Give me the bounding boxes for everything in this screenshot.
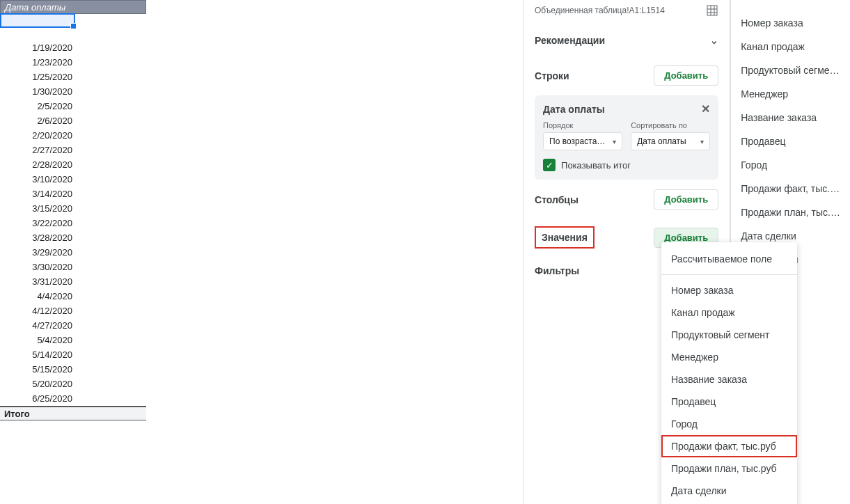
popup-item[interactable]: Канал продаж	[661, 301, 797, 324]
table-row[interactable]: 4/27/2020	[0, 318, 75, 333]
order-select[interactable]: По возраста… ▾	[543, 132, 622, 150]
order-label: Порядок	[543, 121, 622, 129]
table-row[interactable]: 6/25/2020	[0, 391, 75, 406]
order-value: По возраста…	[549, 136, 605, 146]
svg-rect-0	[707, 6, 717, 15]
popup-item-calc[interactable]: Рассчитываемое поле	[661, 248, 797, 270]
table-row[interactable]: 3/31/2020	[0, 274, 75, 289]
field-list-item[interactable]: Канал продаж	[731, 35, 850, 58]
caret-down-icon: ▾	[700, 138, 704, 145]
table-row[interactable]: 2/28/2020	[0, 157, 75, 172]
popup-item[interactable]: Номер заказа	[661, 279, 797, 301]
show-total-label: Показывать итог	[561, 160, 631, 171]
popup-item[interactable]: Продажи факт, тыс.руб	[661, 435, 797, 457]
table-row[interactable]: 3/30/2020	[0, 260, 75, 274]
row-field-card: Дата оплаты ✕ Порядок По возраста… ▾ Сор…	[535, 95, 718, 180]
spreadsheet-area: Дата оплаты 1/19/20201/23/20201/25/20201…	[0, 0, 524, 504]
columns-section-label: Столбцы	[535, 194, 579, 205]
field-list-item[interactable]: Продуктовый сегме…	[731, 58, 850, 82]
add-value-popup: Рассчитываемое полеНомер заказаКанал про…	[661, 242, 797, 504]
table-row[interactable]: 4/4/2020	[0, 289, 75, 304]
values-section-label: Значения	[542, 232, 588, 243]
field-list-item[interactable]: Название заказа	[731, 106, 850, 129]
popup-item[interactable]: Продавец	[661, 391, 797, 413]
popup-item[interactable]: Менеджер	[661, 346, 797, 368]
filters-section-label: Фильтры	[535, 265, 579, 276]
table-row[interactable]: 3/29/2020	[0, 245, 75, 260]
recommendations-label: Рекомендации	[535, 35, 605, 46]
sort-select[interactable]: Дата оплаты ▾	[631, 132, 710, 150]
recommendations-toggle[interactable]: Рекомендации ⌄	[535, 25, 718, 56]
table-row[interactable]: 5/20/2020	[0, 377, 75, 391]
select-range-icon[interactable]	[706, 4, 718, 17]
table-row[interactable]: 3/28/2020	[0, 230, 75, 245]
chevron-down-icon: ⌄	[710, 35, 718, 46]
field-list-item[interactable]: Продавец	[731, 129, 850, 153]
show-total-checkbox[interactable]: ✓	[543, 159, 556, 171]
popup-item[interactable]: Дата сделки	[661, 480, 797, 502]
popup-item[interactable]: Название заказа	[661, 368, 797, 391]
add-column-button[interactable]: Добавить	[654, 189, 718, 210]
table-row[interactable]: 1/30/2020	[0, 84, 75, 99]
table-row[interactable]: 2/27/2020	[0, 143, 75, 157]
popup-item[interactable]: Продажи план, тыс.руб	[661, 457, 797, 480]
caret-down-icon: ▾	[613, 138, 616, 145]
table-row[interactable]: 2/5/2020	[0, 99, 75, 113]
table-row[interactable]: 1/25/2020	[0, 70, 75, 84]
pivot-header-cell[interactable]: Дата оплаты	[0, 0, 146, 14]
close-icon[interactable]: ✕	[701, 102, 710, 116]
pivot-rows: 1/19/20201/23/20201/25/20201/30/20202/5/…	[0, 40, 146, 406]
popup-item[interactable]: Город	[661, 413, 797, 435]
popup-item[interactable]: Продуктовый сегмент	[661, 324, 797, 346]
field-list-item[interactable]: Город	[731, 153, 850, 177]
table-row[interactable]: 5/14/2020	[0, 347, 75, 362]
add-row-button[interactable]: Добавить	[654, 65, 718, 86]
table-row[interactable]: 2/6/2020	[0, 113, 75, 128]
table-row[interactable]: 3/22/2020	[0, 216, 75, 230]
popup-separator	[661, 274, 797, 275]
table-row[interactable]: 2/20/2020	[0, 128, 75, 143]
pivot-total-row[interactable]: Итого	[0, 406, 146, 420]
field-list-item[interactable]: Продажи факт, тыс.…	[731, 177, 850, 200]
table-row[interactable]: 5/15/2020	[0, 362, 75, 377]
table-row[interactable]: 3/14/2020	[0, 187, 75, 201]
column-header-label: Дата оплаты	[5, 2, 65, 13]
table-row[interactable]: 3/15/2020	[0, 201, 75, 216]
field-list-item[interactable]: Продажи план, тыс.…	[731, 200, 850, 224]
field-card-title: Дата оплаты	[543, 104, 605, 115]
rows-section-label: Строки	[535, 70, 569, 81]
active-cell[interactable]	[0, 13, 75, 28]
table-row[interactable]: 3/10/2020	[0, 172, 75, 187]
sort-label: Сортировать по	[631, 121, 710, 129]
total-label: Итого	[4, 409, 30, 419]
table-row[interactable]: 1/19/2020	[0, 40, 75, 55]
table-row[interactable]: 5/4/2020	[0, 333, 75, 347]
sort-value: Дата оплаты	[637, 136, 686, 146]
table-row[interactable]: 1/23/2020	[0, 55, 75, 70]
field-list-item[interactable]: Менеджер	[731, 82, 850, 106]
table-row[interactable]: 4/12/2020	[0, 304, 75, 318]
field-list-item[interactable]: Номер заказа	[731, 11, 850, 35]
data-range-label: Объединенная таблица!A1:L1514	[535, 6, 665, 15]
